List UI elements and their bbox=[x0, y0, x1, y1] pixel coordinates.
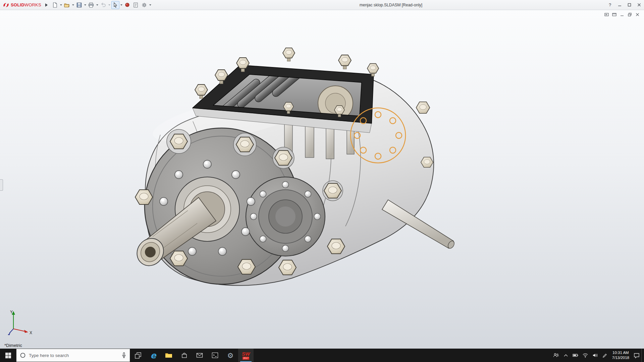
save-icon bbox=[76, 2, 82, 8]
undo-button[interactable] bbox=[99, 1, 107, 9]
select-dropdown-arrow[interactable] bbox=[120, 4, 122, 6]
edge-icon: e bbox=[151, 351, 156, 360]
people-button[interactable] bbox=[551, 349, 561, 362]
store-icon bbox=[181, 352, 187, 359]
new-document-button[interactable] bbox=[51, 1, 59, 9]
task-pane-collapse-tab[interactable] bbox=[0, 179, 3, 191]
solidworks-logo: SOLIDWORKS bbox=[3, 2, 41, 8]
taskbar-search-box[interactable]: Type here to search bbox=[16, 349, 130, 362]
logo-works: WORKS bbox=[24, 2, 41, 7]
close-icon bbox=[637, 3, 641, 7]
pen-icon bbox=[602, 353, 607, 358]
open-icon bbox=[64, 2, 70, 8]
options-dropdown-arrow[interactable] bbox=[149, 4, 151, 6]
view-orientation-label: *Dimetric bbox=[4, 343, 22, 348]
rebuild-icon bbox=[125, 2, 130, 7]
print-dropdown-arrow[interactable] bbox=[96, 4, 98, 6]
undo-dropdown-arrow[interactable] bbox=[108, 4, 110, 6]
quick-access-toolbar bbox=[51, 1, 152, 9]
save-button[interactable] bbox=[75, 1, 83, 9]
speaker-icon bbox=[592, 353, 598, 358]
file-explorer-button[interactable] bbox=[161, 349, 176, 362]
windows-ink-button[interactable] bbox=[600, 349, 610, 362]
battery-icon bbox=[573, 353, 579, 357]
maximize-icon bbox=[628, 3, 631, 7]
file-explorer-icon bbox=[165, 352, 172, 358]
solidworks-logo-text: SOLIDWORKS bbox=[11, 2, 41, 7]
chevron-up-icon bbox=[564, 354, 568, 357]
menu-flyout-arrow-icon[interactable] bbox=[45, 3, 48, 7]
select-tool-button[interactable] bbox=[111, 1, 119, 9]
console-button[interactable] bbox=[207, 349, 223, 362]
minimize-button[interactable] bbox=[615, 0, 625, 10]
mail-icon bbox=[196, 353, 203, 358]
axis-y-label: Y bbox=[10, 310, 13, 314]
logo-solid: SOLID bbox=[11, 2, 24, 7]
help-button[interactable]: ? bbox=[605, 0, 615, 10]
print-button[interactable] bbox=[87, 1, 95, 9]
solidworks-taskbar-button[interactable]: SW 2017 bbox=[238, 349, 254, 362]
document-title: menjac sklop.SLDASM [Read-only] bbox=[360, 3, 422, 7]
task-view-button[interactable] bbox=[130, 349, 146, 362]
print-icon bbox=[88, 2, 94, 8]
graphics-area[interactable]: Y X *Dimetric bbox=[0, 10, 644, 349]
search-placeholder: Type here to search bbox=[29, 353, 118, 358]
solidworks-window: SOLIDWORKS bbox=[0, 0, 644, 362]
title-bar: SOLIDWORKS bbox=[0, 0, 644, 10]
window-controls: ? bbox=[605, 0, 644, 10]
secondary-flange bbox=[246, 177, 325, 256]
file-properties-button[interactable] bbox=[132, 1, 140, 9]
clock-date: 7/13/2018 bbox=[612, 355, 629, 360]
dock-pane-button[interactable] bbox=[604, 12, 609, 17]
battery-status-button[interactable] bbox=[571, 349, 581, 362]
solidworks-logo-icon bbox=[3, 2, 9, 8]
minimize-icon bbox=[618, 3, 622, 7]
mail-button[interactable] bbox=[192, 349, 207, 362]
show-desktop-button[interactable] bbox=[641, 349, 644, 362]
document-window-controls bbox=[604, 12, 640, 17]
solidworks-app-icon: SW 2017 bbox=[242, 351, 250, 360]
edge-browser-button[interactable]: e bbox=[146, 349, 161, 362]
microphone-icon bbox=[121, 352, 126, 358]
task-view-icon bbox=[135, 352, 142, 359]
select-cursor-icon bbox=[113, 2, 118, 8]
new-dropdown-arrow[interactable] bbox=[60, 4, 62, 6]
settings-gear-icon: ⚙ bbox=[227, 352, 234, 359]
options-button[interactable] bbox=[140, 1, 148, 9]
axis-x-label: X bbox=[30, 330, 32, 335]
rebuild-button[interactable] bbox=[123, 1, 131, 9]
tray-overflow-button[interactable] bbox=[561, 349, 571, 362]
action-center-button[interactable] bbox=[632, 349, 641, 362]
console-icon bbox=[212, 352, 218, 358]
action-center-icon bbox=[634, 353, 640, 358]
float-window-button[interactable] bbox=[611, 12, 617, 17]
network-status-button[interactable] bbox=[581, 349, 590, 362]
maximize-button[interactable] bbox=[625, 0, 634, 10]
save-dropdown-arrow[interactable] bbox=[84, 4, 86, 6]
file-properties-icon bbox=[133, 2, 138, 8]
open-button[interactable] bbox=[63, 1, 71, 9]
settings-button[interactable]: ⚙ bbox=[223, 349, 238, 362]
options-gear-icon bbox=[142, 2, 147, 8]
volume-button[interactable] bbox=[590, 349, 600, 362]
people-icon bbox=[553, 353, 559, 358]
taskbar-clock[interactable]: 10:31 AM 7/13/2018 bbox=[610, 350, 632, 360]
store-button[interactable] bbox=[176, 349, 192, 362]
doc-restore-button[interactable] bbox=[627, 12, 632, 17]
windows-logo-icon bbox=[5, 353, 11, 358]
graphics-viewport[interactable] bbox=[0, 10, 644, 349]
wifi-icon bbox=[582, 353, 588, 358]
clock-time: 10:31 AM bbox=[612, 350, 629, 355]
cortana-icon bbox=[20, 352, 26, 358]
windows-taskbar: Type here to search e bbox=[0, 349, 644, 362]
open-dropdown-arrow[interactable] bbox=[72, 4, 74, 6]
new-document-icon bbox=[52, 2, 58, 8]
start-button[interactable] bbox=[0, 349, 16, 362]
doc-close-button[interactable] bbox=[635, 12, 640, 17]
system-tray: 10:31 AM 7/13/2018 bbox=[551, 349, 644, 362]
undo-icon bbox=[101, 2, 106, 8]
doc-minimize-button[interactable] bbox=[619, 12, 625, 17]
close-button[interactable] bbox=[634, 0, 644, 10]
reference-triad: Y X bbox=[6, 309, 34, 340]
